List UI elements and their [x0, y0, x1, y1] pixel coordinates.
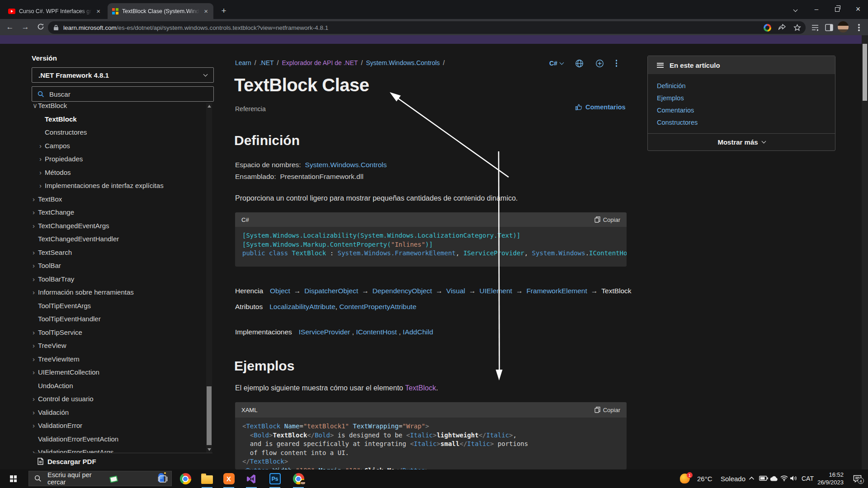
tree-item[interactable]: ›TextChangedEventArgs [33, 219, 200, 233]
tree-item[interactable]: UndoAction [33, 379, 200, 393]
google-icon[interactable] [762, 22, 773, 33]
sidebar-search-input[interactable]: Buscar [32, 86, 214, 102]
xaml-code-body[interactable]: <TextBlock Name="textBlock1" TextWrappin… [235, 418, 627, 469]
inheritance-link[interactable]: FrameworkElement [526, 287, 587, 295]
scroll-up-arrow-icon[interactable] [208, 105, 211, 108]
language-selector[interactable]: C# [549, 60, 563, 67]
window-restore-button[interactable] [827, 0, 847, 19]
tab-curso-csharp[interactable]: Curso C#. WPF Interfaces gráficas × [4, 3, 106, 19]
csharp-code-body[interactable]: [System.Windows.Localizability(System.Wi… [235, 227, 627, 267]
plus-circle-icon[interactable] [595, 59, 604, 68]
attribute-link[interactable]: LocalizabilityAttribute [269, 303, 335, 310]
tree-item[interactable]: TextBlock [39, 113, 206, 126]
tree-item[interactable]: ›TreeView [33, 339, 200, 352]
taskbar-app-visual-studio[interactable] [241, 469, 262, 488]
back-button[interactable]: ← [4, 21, 16, 33]
taskbar-app-chrome-profile[interactable] [288, 469, 309, 488]
side-panel-icon[interactable] [824, 22, 835, 33]
tree-item[interactable]: ›ValidationError [33, 419, 200, 432]
taskbar-app-file-explorer[interactable] [197, 469, 217, 488]
taskbar-app-xampp[interactable]: X [218, 469, 239, 488]
scroll-down-arrow-icon[interactable] [208, 448, 211, 451]
tree-item[interactable]: ›Campos [39, 139, 206, 153]
window-close-button[interactable]: × [848, 0, 868, 19]
textblock-link[interactable]: TextBlock [405, 384, 436, 392]
tree-item[interactable]: ›TextSearch [33, 246, 200, 259]
attribute-link[interactable]: ContentPropertyAttribute [339, 303, 416, 310]
new-tab-button[interactable]: + [218, 5, 230, 17]
tree-item[interactable]: ›Validación [33, 406, 200, 419]
copy-button[interactable]: Copiar [594, 407, 620, 413]
sidebar-scrollbar[interactable] [206, 103, 212, 453]
tree-item[interactable]: ›TextBox [33, 192, 200, 206]
tree-item[interactable]: ›ValidationErrorEventArgs [33, 446, 200, 453]
action-center-button[interactable]: 4 [853, 475, 862, 483]
feedback-link[interactable]: Comentarios [575, 103, 626, 111]
tree-item[interactable]: ›ToolBar [33, 259, 200, 272]
weather-button[interactable]: 1 [680, 474, 691, 484]
tab-close-icon[interactable]: × [95, 8, 101, 14]
tree-item[interactable]: ToolTipEventHandler [33, 312, 200, 326]
forward-button[interactable]: → [19, 21, 32, 33]
tree-item[interactable]: ValidationErrorEventAction [33, 432, 200, 446]
article-menu-kebab-icon[interactable] [616, 62, 618, 64]
breadcrumb-link[interactable]: System.Windows.Controls [366, 59, 439, 66]
inheritance-link[interactable]: Visual [446, 287, 465, 295]
implements-link[interactable]: IContentHost [356, 328, 396, 336]
speaker-icon[interactable] [790, 475, 797, 481]
download-pdf-button[interactable]: Descargar PDF [37, 455, 101, 467]
tab-close-icon[interactable]: × [203, 8, 209, 14]
implements-link[interactable]: IAddChild [403, 328, 433, 336]
tree-item[interactable]: ›Control de usuario [33, 392, 200, 406]
reload-button[interactable] [34, 21, 47, 33]
inheritance-link[interactable]: DispatcherObject [304, 287, 358, 295]
tree-item[interactable]: ›Información sobre herramientas [33, 286, 200, 299]
tab-search-chevron-icon[interactable] [785, 0, 805, 19]
tree-item[interactable]: ›TextChange [33, 206, 200, 219]
namespace-link[interactable]: System.Windows.Controls [305, 161, 387, 169]
toc-link[interactable]: Comentarios [648, 104, 835, 117]
tree-item[interactable]: ›TreeViewItem [33, 352, 200, 366]
scrollbar-thumb[interactable] [863, 44, 867, 101]
tree-item[interactable]: ›ToolTipService [33, 326, 200, 339]
taskbar-clock[interactable]: 16:52 26/9/2023 [817, 471, 844, 486]
wifi-icon[interactable] [780, 475, 788, 481]
copy-button[interactable]: Copiar [594, 216, 620, 223]
tray-expand-chevron-icon[interactable] [749, 476, 755, 480]
version-dropdown[interactable]: .NET Framework 4.8.1 [32, 67, 214, 83]
tree-item[interactable]: Constructores [39, 126, 206, 139]
battery-icon[interactable] [759, 476, 768, 481]
taskbar-app-photoshop[interactable]: Ps [264, 469, 285, 488]
inheritance-link[interactable]: Object [270, 287, 290, 295]
start-button[interactable] [0, 469, 21, 488]
scrollbar-thumb[interactable] [207, 386, 212, 445]
tree-item[interactable]: ›UIElementCollection [33, 366, 200, 379]
share-icon[interactable] [777, 22, 788, 33]
inheritance-link[interactable]: UIElement [480, 287, 512, 295]
globe-icon[interactable] [575, 59, 584, 68]
weather-condition[interactable]: Soleado [721, 475, 745, 483]
page-scrollbar[interactable] [862, 35, 868, 469]
tree-item[interactable]: ›Propiedades [39, 152, 206, 166]
taskbar-app-chrome[interactable] [175, 469, 196, 488]
language-indicator[interactable]: CAT [802, 475, 814, 482]
window-minimize-button[interactable]: – [807, 0, 826, 19]
tree-item[interactable]: ToolTipEventArgs [33, 299, 200, 313]
tree-item[interactable]: ›Implementaciones de interfaz explícitas [39, 179, 206, 192]
profile-avatar[interactable] [838, 21, 849, 32]
reading-list-icon[interactable] [810, 22, 821, 33]
onedrive-cloud-icon[interactable] [770, 475, 778, 481]
taskbar-search-input[interactable]: Escriu aquí per cercar [28, 471, 172, 486]
tab-textblock-clase[interactable]: TextBlock Clase (System.Windows × [108, 3, 213, 19]
show-more-button[interactable]: Mostrar más [648, 133, 835, 150]
tree-item[interactable]: ›ToolBarTray [33, 272, 200, 286]
toc-link[interactable]: Ejemplos [648, 92, 835, 104]
implements-link[interactable]: IServiceProvider [299, 328, 350, 336]
breadcrumb-link[interactable]: Learn [235, 59, 251, 66]
tree-item[interactable]: ›Métodos [39, 166, 206, 179]
breadcrumb-link[interactable]: Explorador de API de .NET [282, 59, 358, 66]
toc-link[interactable]: Constructores [648, 117, 835, 129]
breadcrumb-link[interactable]: .NET [259, 59, 274, 66]
toc-link[interactable]: Definición [648, 80, 835, 92]
inheritance-link[interactable]: DependencyObject [373, 287, 432, 295]
